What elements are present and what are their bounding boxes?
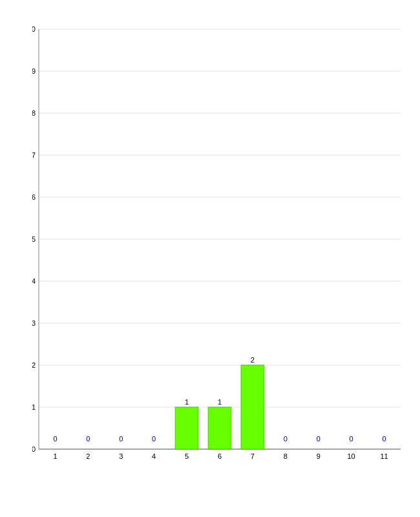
svg-text:9: 9 [317, 452, 320, 460]
svg-rect-35 [208, 407, 231, 449]
chart-title [0, 0, 420, 10]
svg-text:6: 6 [32, 193, 36, 201]
svg-text:7: 7 [251, 452, 255, 460]
svg-text:11: 11 [380, 452, 388, 460]
svg-text:2: 2 [251, 356, 255, 364]
svg-text:2: 2 [32, 361, 36, 369]
svg-text:0: 0 [317, 435, 320, 443]
svg-text:1: 1 [53, 452, 57, 460]
svg-text:0: 0 [32, 445, 36, 453]
svg-text:5: 5 [32, 235, 36, 243]
svg-text:0: 0 [284, 435, 288, 443]
svg-text:7: 7 [32, 151, 36, 159]
svg-text:6: 6 [218, 452, 222, 460]
svg-text:9: 9 [32, 67, 36, 75]
svg-text:3: 3 [32, 319, 36, 327]
y-axis-label [6, 26, 19, 465]
svg-text:1: 1 [218, 398, 222, 406]
chart-container: 012345678910010203041516270809010011 [0, 0, 420, 517]
svg-text:4: 4 [32, 277, 36, 285]
svg-text:5: 5 [185, 452, 189, 460]
svg-text:8: 8 [32, 109, 36, 117]
svg-text:3: 3 [119, 452, 123, 460]
svg-text:0: 0 [86, 435, 90, 443]
svg-text:0: 0 [350, 435, 353, 443]
svg-rect-32 [175, 407, 198, 449]
svg-text:0: 0 [152, 435, 156, 443]
svg-text:8: 8 [284, 452, 288, 460]
svg-text:4: 4 [152, 452, 156, 460]
svg-text:0: 0 [119, 435, 123, 443]
svg-rect-38 [241, 365, 264, 449]
svg-text:10: 10 [348, 452, 355, 460]
chart-svg: 012345678910010203041516270809010011 [32, 23, 410, 481]
svg-text:10: 10 [32, 25, 36, 33]
svg-text:1: 1 [32, 403, 36, 411]
svg-text:2: 2 [86, 452, 90, 460]
svg-text:0: 0 [382, 435, 386, 443]
svg-text:1: 1 [185, 398, 189, 406]
svg-text:0: 0 [53, 435, 57, 443]
